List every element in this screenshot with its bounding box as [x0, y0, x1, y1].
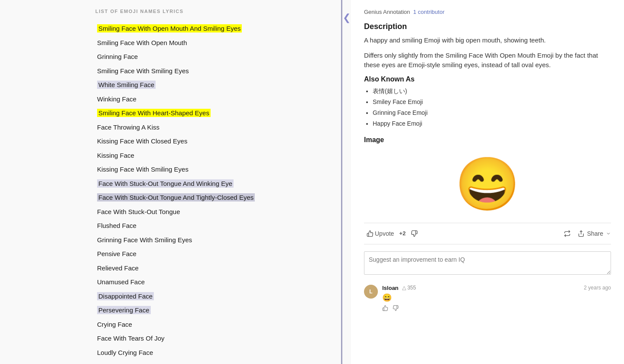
collapse-arrow-icon[interactable]: ❮	[343, 13, 351, 23]
chevron-down-icon	[606, 231, 611, 236]
comment-section: L lsloan △ 355 2 years ago 😄	[364, 285, 611, 312]
vote-count: +2	[399, 230, 406, 237]
list-item-text: Smiling Face With Open Mouth And Smiling…	[97, 24, 242, 32]
transfer-icon	[564, 230, 571, 237]
list-item[interactable]: White Smiling Face	[95, 78, 341, 92]
suggest-textarea[interactable]	[364, 251, 611, 275]
comment-content: 😄	[382, 293, 611, 302]
comment-thumbs-down-icon	[393, 305, 399, 311]
list-item[interactable]: Face With Tears Of Joy	[95, 332, 341, 346]
annotation-label: Genius Annotation	[364, 9, 410, 15]
list-item[interactable]: Kissing Face	[95, 149, 341, 163]
list-item[interactable]: Winking Face	[95, 92, 341, 107]
list-item[interactable]: Flushed Face	[95, 219, 341, 233]
upvote-button[interactable]: Upvote	[364, 228, 396, 239]
list-item-text: Face With Stuck-Out Tongue And Tightly-C…	[97, 193, 255, 202]
list-item-text: Face With Stuck-Out Tongue	[97, 208, 180, 215]
list-item[interactable]: Pensive Face	[95, 247, 341, 261]
list-item[interactable]: Grinning Face	[95, 50, 341, 64]
downvote-button[interactable]	[408, 228, 420, 239]
emoji-image: 😄	[455, 158, 520, 210]
list-item[interactable]: Face With Stuck-Out Tongue And Winking E…	[95, 177, 341, 191]
list-item-text: Kissing Face	[97, 152, 134, 159]
list-item[interactable]: Kissing Face With Smiling Eyes	[95, 162, 341, 177]
list-item-text: Pensive Face	[97, 250, 136, 257]
list-item-text: Smiling Face With Smiling Eyes	[97, 67, 189, 75]
comment-upvote-button[interactable]	[382, 305, 388, 312]
list-item[interactable]: Crying Face	[95, 318, 341, 332]
list-item[interactable]: Loudly Crying Face	[95, 346, 341, 360]
list-item[interactable]: Unamused Face	[95, 275, 341, 289]
also-known-list: 表情(嬉しい)Smiley Face EmojiGrinning Face Em…	[364, 87, 611, 128]
list-item-text: Grinning Face With Smiling Eyes	[97, 236, 192, 244]
list-item[interactable]: Face Throwing A Kiss	[95, 120, 341, 135]
comment-meta: lsloan △ 355 2 years ago	[382, 285, 611, 291]
emoji-image-container: 😄	[364, 149, 611, 223]
panel-divider: ❮	[342, 0, 351, 364]
suggest-box	[364, 251, 611, 276]
list-item-text: Kissing Face With Smiling Eyes	[97, 166, 188, 173]
upvote-label: Upvote	[375, 230, 394, 237]
list-item-text: White Smiling Face	[97, 81, 156, 89]
action-bar: Upvote +2	[364, 223, 611, 244]
list-item[interactable]: Smiling Face With Heart-Shaped Eyes	[95, 106, 341, 120]
comment-item: L lsloan △ 355 2 years ago 😄	[364, 285, 611, 312]
description-para1: A happy and smiling Emoji with big open …	[364, 36, 611, 46]
share-section[interactable]: Share	[578, 230, 611, 237]
list-item-text: Face Throwing A Kiss	[97, 124, 159, 131]
description-para2: Differs only slightly from the Smiling F…	[364, 51, 611, 70]
list-item-text: Loudly Crying Face	[97, 349, 153, 356]
also-known-item: Smiley Face Emoji	[373, 98, 611, 107]
list-label: LIST OF EMOJI NAMES LYRICS	[95, 9, 341, 14]
list-item[interactable]: Disappointed Face	[95, 289, 341, 304]
share-label: Share	[587, 230, 603, 237]
list-item[interactable]: Grinning Face With Smiling Eyes	[95, 233, 341, 247]
list-item-text: Unamused Face	[97, 278, 145, 286]
list-item[interactable]: Smiling Face With Smiling Eyes	[95, 64, 341, 78]
also-known-item: 表情(嬉しい)	[373, 87, 611, 96]
contributor-link[interactable]: 1 contributor	[413, 9, 444, 15]
list-item-text: Smiling Face With Open Mouth	[97, 39, 187, 46]
image-section-title: Image	[364, 136, 611, 144]
list-item-text: Grinning Face	[97, 53, 138, 60]
pyong-button[interactable]	[561, 228, 573, 239]
comment-downvote-button[interactable]	[393, 305, 399, 312]
annotation-panel: Genius Annotation 1 contributor Descript…	[351, 0, 624, 364]
list-item-text: Crying Face	[97, 321, 132, 328]
list-item-text: Flushed Face	[97, 222, 136, 229]
list-item[interactable]: Smiling Face With Open Mouth	[95, 36, 341, 50]
list-item[interactable]: Sleepy Face	[95, 360, 341, 364]
also-known-as-title: Also Known As	[364, 75, 611, 83]
comment-iq: △ 355	[402, 285, 416, 291]
list-item-text: Face With Tears Of Joy	[97, 335, 165, 342]
share-icon	[578, 230, 585, 237]
list-item-text: Kissing Face With Closed Eyes	[97, 137, 187, 145]
list-item-text: Persevering Face	[97, 306, 151, 314]
comment-body: lsloan △ 355 2 years ago 😄	[382, 285, 611, 312]
list-item-text: Relieved Face	[97, 264, 139, 272]
also-known-item: Grinning Face Emoji	[373, 108, 611, 117]
page-container: LIST OF EMOJI NAMES LYRICS Smiling Face …	[0, 0, 624, 364]
vote-section: Upvote +2	[364, 228, 420, 239]
list-item[interactable]: Relieved Face	[95, 261, 341, 276]
list-item[interactable]: Smiling Face With Open Mouth And Smiling…	[95, 22, 341, 36]
comment-thumbs-up-icon	[382, 305, 388, 311]
list-item[interactable]: Face With Stuck-Out Tongue	[95, 205, 341, 219]
thumbs-up-icon	[367, 230, 374, 237]
list-item[interactable]: Face With Stuck-Out Tongue And Tightly-C…	[95, 191, 341, 205]
annotation-header: Genius Annotation 1 contributor	[364, 9, 611, 15]
list-item-text: Winking Face	[97, 95, 136, 103]
emoji-list: Smiling Face With Open Mouth And Smiling…	[95, 22, 341, 364]
description-title: Description	[364, 22, 611, 31]
list-item[interactable]: Kissing Face With Closed Eyes	[95, 134, 341, 149]
list-item[interactable]: Persevering Face	[95, 303, 341, 318]
thumbs-down-icon	[411, 230, 418, 237]
avatar: L	[364, 285, 378, 299]
comment-username[interactable]: lsloan	[382, 285, 399, 291]
comment-time: 2 years ago	[584, 285, 611, 291]
comment-actions	[382, 305, 611, 312]
list-item-text: Smiling Face With Heart-Shaped Eyes	[97, 109, 211, 117]
list-item-text: Disappointed Face	[97, 292, 154, 300]
also-known-item: Happy Face Emoji	[373, 119, 611, 128]
list-item-text: Face With Stuck-Out Tongue And Winking E…	[97, 179, 234, 188]
